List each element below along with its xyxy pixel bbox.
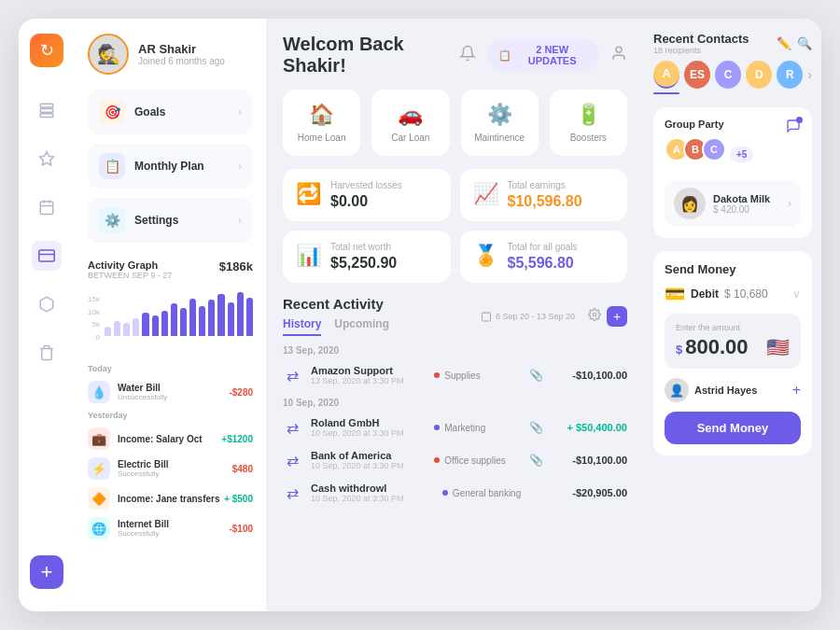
table-row: ⇄ Amazon Support 13 Sep, 2020 at 3:30 PM… <box>283 359 627 392</box>
activity-transfer-icon: ⇄ <box>283 452 301 469</box>
contacts-subtitle: 18 recipients <box>653 46 749 55</box>
txn-internet-icon: 🌐 <box>88 517 110 539</box>
nav-icon-wallet[interactable] <box>32 241 62 271</box>
card-chevron[interactable]: ∨ <box>792 287 801 301</box>
contact-avatar-2[interactable]: C <box>715 61 741 89</box>
activity-date-10sep: 10 Sep, 2020 <box>283 398 627 408</box>
quick-card-boosters[interactable]: 🔋 Boosters <box>550 90 627 156</box>
contact-avatar-3[interactable]: D <box>746 61 772 89</box>
contact-avatar-4[interactable]: R <box>777 61 803 89</box>
txn-electric-icon: ⚡ <box>88 457 110 480</box>
ra-settings-icon[interactable] <box>588 308 601 324</box>
goals-chevron: › <box>238 105 242 119</box>
monthly-icon: 📋 <box>99 153 125 179</box>
quick-card-maintenance[interactable]: ⚙️ Maintinence <box>461 90 539 156</box>
recipient-avatar: 👤 <box>665 378 689 402</box>
activity-category: Marketing <box>434 423 520 433</box>
edit-contacts-icon[interactable]: ✏️ <box>777 36 791 50</box>
add-button[interactable]: + <box>30 555 63 589</box>
svg-point-9 <box>616 47 622 52</box>
card-icon: 💳 <box>665 284 685 304</box>
recent-activity-section: Recent Activity History Upcoming 6 Sep 2… <box>283 296 627 510</box>
attachment-icon: 📎 <box>529 421 543 434</box>
activity-transfer-icon: ⇄ <box>283 419 301 437</box>
sidebar: 🕵️ AR Shakir Joined 6 months ago 🎯 Goals… <box>75 19 266 611</box>
group-member-chevron: › <box>788 197 791 210</box>
goals-stat-icon: 🏅 <box>473 244 498 268</box>
contact-avatar-1[interactable]: ES <box>684 61 710 89</box>
svg-rect-1 <box>40 109 53 113</box>
settings-icon: ⚙️ <box>99 207 125 233</box>
svg-marker-3 <box>40 152 54 165</box>
attachment-icon: 📎 <box>529 369 543 382</box>
ra-date-range: 6 Sep 20 - 13 Sep 20 <box>496 312 575 321</box>
group-message-icon[interactable] <box>786 119 801 137</box>
activity-range: BETWEEN SEP 9 - 27 <box>88 271 172 280</box>
updates-icon: 📋 <box>498 49 511 62</box>
card-label: Debit <box>691 287 719 301</box>
group-member-dakota[interactable]: 👩 Dakota Milk $ 420.00 › <box>665 180 801 227</box>
notification-icon[interactable] <box>459 45 476 66</box>
svg-rect-2 <box>40 114 53 118</box>
txn-water-bill: 💧 Water Bill Unsuccessfully -$280 <box>88 381 253 403</box>
group-plus: +5 <box>730 147 753 162</box>
txn-date-yesterday: Yesterday <box>88 411 253 420</box>
monthly-chevron: › <box>238 160 242 173</box>
send-money-button[interactable]: Send Money <box>665 412 801 444</box>
quick-cards: 🏠 Home Loan 🚗 Car Loan ⚙️ Maintinence 🔋 … <box>283 90 627 156</box>
nav-icon-box[interactable] <box>32 289 62 319</box>
search-contacts-icon[interactable]: 🔍 <box>797 36 812 50</box>
home-loan-icon: 🏠 <box>309 103 334 127</box>
activity-graph-section: Activity Graph BETWEEN SEP 9 - 27 $186k … <box>88 259 253 345</box>
tab-history[interactable]: History <box>283 317 321 336</box>
txn-water-icon: 💧 <box>88 381 110 403</box>
nav-icon-trash[interactable] <box>32 338 62 368</box>
nav-icon-calendar[interactable] <box>32 192 62 222</box>
nav-icon-star[interactable] <box>32 144 62 174</box>
amount-input-box: Enter the amount $ 800.00 🇺🇸 <box>665 314 801 369</box>
contact-avatar-0[interactable]: A <box>653 61 679 89</box>
stat-networth: 📊 Total net worth $5,250.90 <box>283 231 451 283</box>
left-nav: ↻ + <box>19 19 75 611</box>
card-amount: $ 10,680 <box>724 287 768 301</box>
svg-rect-0 <box>40 104 53 107</box>
sidebar-item-monthly[interactable]: 📋 Monthly Plan › <box>88 144 253 189</box>
quick-card-home-loan[interactable]: 🏠 Home Loan <box>283 90 360 156</box>
profile-section: 🕵️ AR Shakir Joined 6 months ago <box>88 34 253 75</box>
group-member-amount: $ 420.00 <box>713 204 770 215</box>
harvested-icon: 🔁 <box>296 182 321 206</box>
table-row: ⇄ Bank of America 10 Sep, 2020 at 3:30 P… <box>283 444 627 477</box>
amount-value[interactable]: 800.00 <box>685 335 748 359</box>
user-icon[interactable] <box>610 45 627 66</box>
welcome-title: Welcom Back Shakir! <box>283 34 459 77</box>
avatar: 🕵️ <box>88 34 129 75</box>
contacts-more[interactable]: › <box>807 67 812 82</box>
stat-cards: 🔁 Harvested losses $0.00 📈 Total earning… <box>283 169 627 283</box>
quick-card-car-loan[interactable]: 🚗 Car Loan <box>371 90 449 156</box>
sidebar-item-settings[interactable]: ⚙️ Settings › <box>88 198 253 243</box>
sidebar-item-goals[interactable]: 🎯 Goals › <box>88 90 253 134</box>
right-panel: Recent Contacts 18 recipients ✏️ 🔍 A ES … <box>644 19 821 611</box>
activity-category: General banking <box>442 488 534 498</box>
tab-upcoming[interactable]: Upcoming <box>334 317 389 336</box>
txn-date-today: Today <box>88 364 253 373</box>
add-recipient-icon[interactable]: + <box>792 382 801 399</box>
profile-name: AR Shakir <box>138 42 225 56</box>
maintenance-icon: ⚙️ <box>487 103 512 127</box>
boosters-icon: 🔋 <box>576 103 601 127</box>
txn-salary: 💼 Income: Salary Oct +$1200 <box>88 427 253 450</box>
nav-icon-storage[interactable] <box>32 95 62 125</box>
group-member-name: Dakota Milk <box>713 193 770 204</box>
goals-icon: 🎯 <box>99 99 125 125</box>
recent-contacts-section: Recent Contacts 18 recipients ✏️ 🔍 A ES … <box>653 32 812 94</box>
group-member-avatar: 👩 <box>674 188 706 219</box>
send-money-section: Send Money 💳 Debit $ 10,680 ∨ Enter the … <box>653 251 812 455</box>
updates-button[interactable]: 📋 2 NEW UPDATES <box>487 38 599 72</box>
activity-category: Office supplies <box>434 455 520 466</box>
transactions-list: Today 💧 Water Bill Unsuccessfully -$280 … <box>88 364 253 539</box>
group-label: Group Party <box>665 119 724 130</box>
attachment-icon: 📎 <box>529 454 543 467</box>
app-logo[interactable]: ↻ <box>30 34 63 67</box>
txn-electric: ⚡ Electric Bill Successfully $480 <box>88 457 253 480</box>
ra-add-button[interactable]: + <box>607 306 627 327</box>
